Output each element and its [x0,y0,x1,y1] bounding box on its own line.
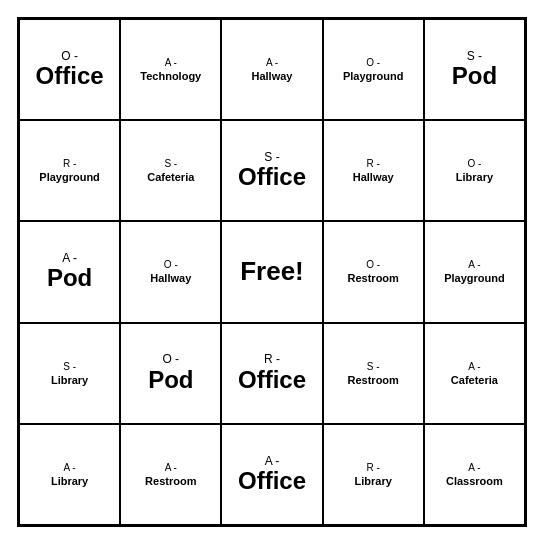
cell-main-6: Cafeteria [147,170,194,184]
cell-0: O -Office [19,19,120,120]
cell-main-24: Classroom [446,474,503,488]
cell-1: A -Technology [120,19,221,120]
cell-prefix-15: S - [63,360,76,373]
cell-12: Free! [221,221,322,322]
cell-prefix-23: R - [367,461,380,474]
cell-23: R -Library [323,424,424,525]
cell-2: A -Hallway [221,19,322,120]
cell-9: O -Library [424,120,525,221]
cell-22: A -Office [221,424,322,525]
cell-14: A -Playground [424,221,525,322]
cell-prefix-24: A - [468,461,480,474]
cell-main-22: Office [238,468,306,494]
cell-main-19: Cafeteria [451,373,498,387]
cell-main-17: Office [238,367,306,393]
cell-11: O -Hallway [120,221,221,322]
cell-main-14: Playground [444,271,505,285]
cell-main-11: Hallway [150,271,191,285]
cell-main-5: Playground [39,170,100,184]
cell-24: A -Classroom [424,424,525,525]
cell-18: S -Restroom [323,323,424,424]
cell-prefix-8: R - [367,157,380,170]
cell-prefix-21: A - [165,461,177,474]
cell-main-0: Office [36,63,104,89]
cell-main-18: Restroom [348,373,399,387]
cell-main-20: Library [51,474,88,488]
cell-4: S -Pod [424,19,525,120]
cell-16: O -Pod [120,323,221,424]
cell-prefix-20: A - [63,461,75,474]
cell-main-13: Restroom [348,271,399,285]
cell-main-1: Technology [140,69,201,83]
cell-17: R -Office [221,323,322,424]
cell-13: O -Restroom [323,221,424,322]
cell-5: R -Playground [19,120,120,221]
cell-main-16: Pod [148,367,193,393]
cell-prefix-2: A - [266,56,278,69]
cell-prefix-19: A - [468,360,480,373]
cell-prefix-18: S - [367,360,380,373]
cell-main-3: Playground [343,69,404,83]
cell-main-7: Office [238,164,306,190]
cell-10: A -Pod [19,221,120,322]
cell-main-10: Pod [47,265,92,291]
cell-19: A -Cafeteria [424,323,525,424]
cell-prefix-4: S - [467,50,482,63]
cell-15: S -Library [19,323,120,424]
cell-prefix-5: R - [63,157,76,170]
cell-6: S -Cafeteria [120,120,221,221]
cell-prefix-14: A - [468,258,480,271]
cell-3: O -Playground [323,19,424,120]
cell-prefix-1: A - [165,56,177,69]
cell-main-9: Library [456,170,493,184]
cell-main-23: Library [355,474,392,488]
cell-20: A -Library [19,424,120,525]
cell-prefix-3: O - [366,56,380,69]
cell-prefix-16: O - [162,353,179,366]
cell-main-2: Hallway [252,69,293,83]
cell-main-8: Hallway [353,170,394,184]
cell-prefix-6: S - [164,157,177,170]
cell-prefix-11: O - [164,258,178,271]
cell-prefix-17: R - [264,353,280,366]
cell-prefix-0: O - [61,50,78,63]
cell-prefix-22: A - [265,455,280,468]
cell-prefix-13: O - [366,258,380,271]
cell-21: A -Restroom [120,424,221,525]
cell-main-21: Restroom [145,474,196,488]
cell-main-15: Library [51,373,88,387]
cell-prefix-9: O - [467,157,481,170]
cell-7: S -Office [221,120,322,221]
bingo-board: O -OfficeA -TechnologyA -HallwayO -Playg… [17,17,527,527]
cell-main-4: Pod [452,63,497,89]
cell-8: R -Hallway [323,120,424,221]
